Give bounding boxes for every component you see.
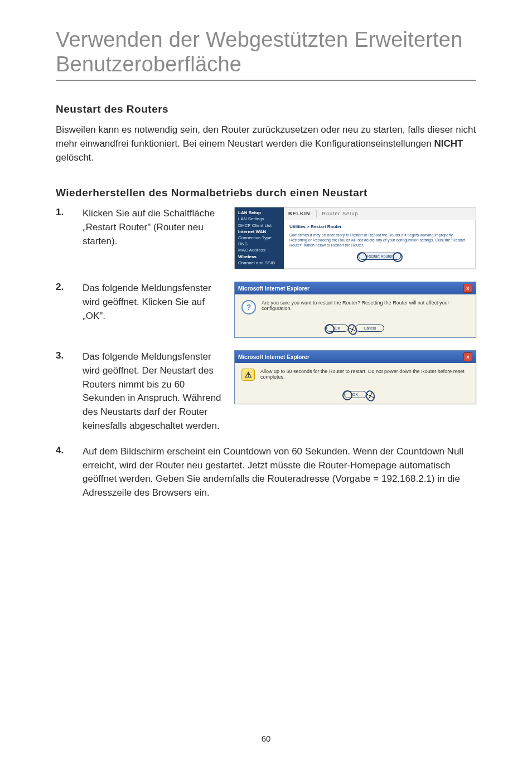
ok-button[interactable]: OK (344, 391, 366, 398)
step-number: 1. (56, 207, 70, 218)
side-lan-settings: LAN Settings (238, 216, 264, 221)
section-heading-restore: Wiederherstellen des Normalbetriebs durc… (56, 187, 476, 199)
step-row-4: 4. Auf dem Bildschirm erscheint ein Coun… (56, 445, 476, 500)
side-conn-type: Connection Type (238, 235, 272, 240)
side-dhcp: DHCP Client List (238, 223, 272, 228)
question-icon: ? (241, 300, 256, 314)
dialog-title: Microsoft Internet Explorer (238, 354, 309, 360)
close-icon[interactable]: × (463, 284, 472, 293)
step-text: Klicken Sie auf die Schaltfläche „Restar… (83, 207, 222, 248)
close-icon[interactable]: × (463, 352, 472, 361)
brand-logo: BELKIN (288, 211, 311, 216)
restart-router-button[interactable]: Restart Router (359, 253, 401, 260)
step-row-1: 1. Klicken Sie auf die Schaltfläche „Res… (56, 207, 476, 269)
router-setup-label: Router Setup (322, 211, 359, 216)
section-paragraph: Bisweilen kann es notwendig sein, den Ro… (56, 123, 476, 164)
page-title: Verwenden der Webgestützten Erweiterten … (56, 28, 476, 76)
restart-description: Sometimes it may be necessary to Restart… (289, 233, 470, 248)
dialog-message: Are you sure you want to restart the Rou… (262, 300, 469, 311)
step-text: Auf dem Bildschirm erscheint ein Countdo… (83, 445, 476, 500)
screenshot-dialog-warning: Microsoft Internet Explorer × ⚠ Allow up… (234, 350, 476, 404)
cancel-button[interactable]: Cancel (355, 325, 384, 332)
step-text: Das folgende Meldungsfenster wird geöffn… (83, 282, 222, 323)
document-page: Verwenden der Webgestützten Erweiterten … (0, 0, 532, 760)
side-internet-wan: Internet WAN (238, 229, 280, 235)
step-row-3: 3. Das folgende Meldungsfenster wird geö… (56, 350, 476, 433)
dialog-message: Allow up to 60 seconds for the Router to… (260, 369, 469, 380)
side-channel: Channel and SSID (238, 260, 275, 265)
para-text-after: gelöscht. (56, 152, 94, 163)
side-wireless: Wireless (238, 254, 280, 260)
title-rule (56, 80, 476, 81)
step-number: 4. (56, 445, 70, 456)
section-heading-restart: Neustart des Routers (56, 103, 476, 115)
para-text-before: Bisweilen kann es notwendig sein, den Ro… (56, 124, 476, 149)
screenshot-dialog-confirm: Microsoft Internet Explorer × ? Are you … (234, 282, 476, 338)
screenshot-router-setup: LAN Setup LAN Settings DHCP Client List … (234, 207, 476, 269)
side-dns: DNS (238, 241, 248, 246)
dialog-title: Microsoft Internet Explorer (238, 285, 309, 292)
step-number: 3. (56, 350, 70, 361)
side-lan-setup: LAN Setup (238, 210, 280, 216)
step-row-2: 2. Das folgende Meldungsfenster wird geö… (56, 282, 476, 338)
side-mac: MAC Address (238, 248, 265, 253)
ok-button[interactable]: OK (326, 325, 349, 332)
warning-icon: ⚠ (241, 369, 255, 381)
breadcrumb: Utilities > Restart Router (289, 224, 470, 229)
divider-icon (316, 210, 317, 217)
step-number: 2. (56, 282, 70, 293)
step-text: Das folgende Meldungsfenster wird geöffn… (83, 350, 222, 433)
page-number: 60 (0, 734, 532, 743)
para-nicht: NICHT (434, 138, 463, 149)
